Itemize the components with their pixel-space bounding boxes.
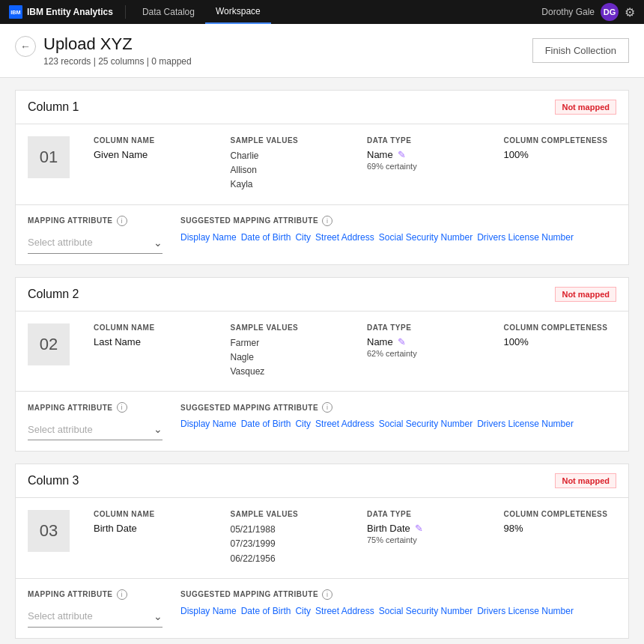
mapping-attr-select-1[interactable]: Select attribute ⌄ xyxy=(28,232,162,254)
col-name-field-1: COLUMN NAME Given Name xyxy=(94,136,207,160)
page-header-left: ← Upload XYZ 123 records | 25 columns | … xyxy=(15,34,192,67)
col-completeness-field-1: COLUMN COMPLETENESS 100% xyxy=(504,136,617,160)
col-name-field-3: COLUMN NAME Birth Date xyxy=(94,510,207,534)
col-completeness-field-2: COLUMN COMPLETENESS 100% xyxy=(504,323,617,347)
col-datatype-field-3: DATA TYPE Birth Date ✎ 75% certainty xyxy=(367,510,480,544)
column-title-1: Column 1 xyxy=(28,100,79,114)
suggested-attr-section-3: SUGGESTED MAPPING ATTRIBUTE i Display Na… xyxy=(180,589,616,616)
data-type-edit-icon-2[interactable]: ✎ xyxy=(398,336,406,347)
mapping-attr-label-2: MAPPING ATTRIBUTE xyxy=(28,404,113,412)
data-type-name-2: Name xyxy=(367,336,393,347)
mapping-attr-section-2: MAPPING ATTRIBUTE i Select attribute ⌄ xyxy=(28,402,162,440)
brand: IBM IBM Entity Analytics xyxy=(9,5,126,19)
data-type-edit-icon-3[interactable]: ✎ xyxy=(415,523,423,534)
nav-right: Dorothy Gale DG ⚙ xyxy=(541,3,635,21)
col-completeness-value-1: 100% xyxy=(504,149,617,160)
data-type-name-3: Birth Date xyxy=(367,523,410,534)
suggested-attr-section-1: SUGGESTED MAPPING ATTRIBUTE i Display Na… xyxy=(180,216,616,243)
suggested-tag[interactable]: Date of Birth xyxy=(241,419,291,429)
column-card-2: Column 2 Not mapped 02 COLUMN NAME Last … xyxy=(15,277,629,452)
col-number-1: 01 xyxy=(28,136,70,178)
suggested-tag[interactable]: Display Name xyxy=(180,606,237,616)
data-type-edit-icon-1[interactable]: ✎ xyxy=(398,149,406,160)
mapping-row-2: MAPPING ATTRIBUTE i Select attribute ⌄ S… xyxy=(16,392,628,451)
suggested-tag[interactable]: City xyxy=(295,419,311,429)
select-placeholder-1: Select attribute xyxy=(28,237,154,248)
nav-links: Data Catalog Workspace xyxy=(132,0,271,24)
brand-label: IBM Entity Analytics xyxy=(27,7,113,17)
mapping-attr-info-icon-3[interactable]: i xyxy=(117,589,127,600)
select-placeholder-2: Select attribute xyxy=(28,424,154,435)
suggested-attr-section-2: SUGGESTED MAPPING ATTRIBUTE i Display Na… xyxy=(180,402,616,429)
suggested-tag[interactable]: Street Address xyxy=(315,419,374,429)
mapping-attr-info-icon-2[interactable]: i xyxy=(117,402,127,413)
suggested-tag[interactable]: Social Security Number xyxy=(379,419,473,429)
finish-collection-button[interactable]: Finish Collection xyxy=(532,38,629,63)
not-mapped-badge-1: Not mapped xyxy=(555,100,616,115)
mapping-attr-select-3[interactable]: Select attribute ⌄ xyxy=(28,606,162,628)
suggested-tags-3: Display NameDate of BirthCityStreet Addr… xyxy=(180,606,616,616)
col-completeness-field-3: COLUMN COMPLETENESS 98% xyxy=(504,510,617,534)
col-number-2: 02 xyxy=(28,323,70,365)
suggested-tag[interactable]: Display Name xyxy=(180,419,237,429)
suggested-tag[interactable]: Street Address xyxy=(315,232,374,243)
col-samples-field-1: SAMPLE VALUES CharlieAllisonKayla xyxy=(231,136,344,192)
suggested-tag[interactable]: Drivers License Number xyxy=(477,419,574,429)
col-name-value-1: Given Name xyxy=(94,149,207,160)
suggested-tag[interactable]: Street Address xyxy=(315,606,374,616)
column-data-row-2: 02 COLUMN NAME Last Name SAMPLE VALUES F… xyxy=(16,312,628,392)
chevron-down-icon-2: ⌄ xyxy=(154,423,162,435)
column-header-2: Column 2 Not mapped xyxy=(16,278,628,312)
certainty-2: 62% certainty xyxy=(367,349,480,358)
top-nav: IBM IBM Entity Analytics Data Catalog Wo… xyxy=(0,0,644,24)
suggested-tags-1: Display NameDate of BirthCityStreet Addr… xyxy=(180,232,616,243)
suggested-tag[interactable]: Display Name xyxy=(180,232,237,243)
nav-workspace[interactable]: Workspace xyxy=(205,0,271,24)
suggested-tag[interactable]: Drivers License Number xyxy=(477,606,574,616)
column-card-3: Column 3 Not mapped 03 COLUMN NAME Birth… xyxy=(15,464,629,639)
col-datatype-field-1: DATA TYPE Name ✎ 69% certainty xyxy=(367,136,480,171)
col-samples-value-2: FarmerNagleVasquez xyxy=(231,336,344,380)
suggested-tag[interactable]: Social Security Number xyxy=(379,232,473,243)
mapping-attr-label-3: MAPPING ATTRIBUTE xyxy=(28,590,113,598)
suggested-tag[interactable]: Drivers License Number xyxy=(477,232,574,243)
column-data-row-1: 01 COLUMN NAME Given Name SAMPLE VALUES … xyxy=(16,124,628,205)
svg-text:IBM: IBM xyxy=(10,9,20,16)
avatar[interactable]: DG xyxy=(601,3,619,21)
column-data-row-3: 03 COLUMN NAME Birth Date SAMPLE VALUES … xyxy=(16,498,628,579)
col-samples-field-3: SAMPLE VALUES 05/21/198807/23/199906/22/… xyxy=(231,510,344,566)
suggested-tag[interactable]: Date of Birth xyxy=(241,232,291,243)
mapping-attr-info-icon-1[interactable]: i xyxy=(117,216,127,226)
page-title: Upload XYZ xyxy=(43,34,192,54)
suggested-tag[interactable]: Date of Birth xyxy=(241,606,291,616)
col-samples-value-3: 05/21/198807/23/199906/22/1956 xyxy=(231,523,344,566)
col-samples-value-1: CharlieAllisonKayla xyxy=(231,149,344,192)
col-number-3: 03 xyxy=(28,510,70,552)
mapping-attr-select-2[interactable]: Select attribute ⌄ xyxy=(28,419,162,440)
col-samples-field-2: SAMPLE VALUES FarmerNagleVasquez xyxy=(231,323,344,380)
column-title-3: Column 3 xyxy=(28,474,79,487)
mapping-row-1: MAPPING ATTRIBUTE i Select attribute ⌄ S… xyxy=(16,205,628,264)
page-title-block: Upload XYZ 123 records | 25 columns | 0 … xyxy=(43,34,192,67)
col-datatype-field-2: DATA TYPE Name ✎ 62% certainty xyxy=(367,323,480,358)
chevron-down-icon-3: ⌄ xyxy=(154,610,162,622)
select-placeholder-3: Select attribute xyxy=(28,610,154,622)
suggested-info-icon-3[interactable]: i xyxy=(322,589,332,600)
suggested-label-2: SUGGESTED MAPPING ATTRIBUTE xyxy=(180,404,318,412)
column-card-1: Column 1 Not mapped 01 COLUMN NAME Given… xyxy=(15,90,629,265)
suggested-tag[interactable]: City xyxy=(295,232,311,243)
not-mapped-badge-2: Not mapped xyxy=(555,287,616,302)
ibm-icon: IBM xyxy=(9,5,22,19)
not-mapped-badge-3: Not mapped xyxy=(555,473,616,488)
suggested-info-icon-1[interactable]: i xyxy=(322,216,332,226)
data-type-name-1: Name xyxy=(367,149,393,160)
back-button[interactable]: ← xyxy=(15,36,36,57)
suggested-label-1: SUGGESTED MAPPING ATTRIBUTE xyxy=(180,216,318,225)
suggested-tag[interactable]: Social Security Number xyxy=(379,606,473,616)
nav-settings-icon[interactable]: ⚙ xyxy=(625,5,635,19)
suggested-info-icon-2[interactable]: i xyxy=(322,402,332,413)
nav-data-catalog[interactable]: Data Catalog xyxy=(132,0,205,24)
suggested-tag[interactable]: City xyxy=(295,606,311,616)
mapping-row-3: MAPPING ATTRIBUTE i Select attribute ⌄ S… xyxy=(16,579,628,638)
certainty-3: 75% certainty xyxy=(367,535,480,544)
